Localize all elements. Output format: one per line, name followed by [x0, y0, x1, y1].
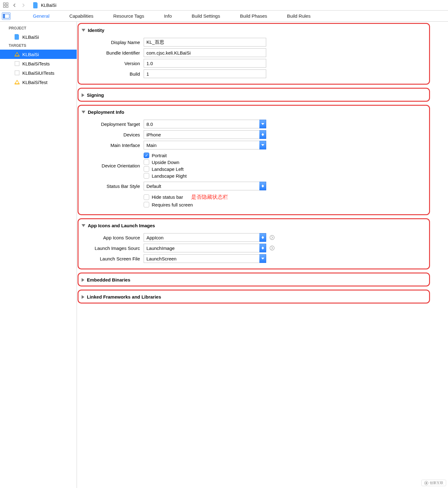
- launch-screen-combo[interactable]: [144, 254, 266, 263]
- dropdown-caret-icon[interactable]: [259, 254, 266, 263]
- checkbox-icon[interactable]: [144, 194, 149, 200]
- section-identity: Identity Display Name Bundle Identifier …: [78, 23, 430, 85]
- display-name-label: Display Name: [82, 40, 144, 45]
- sidebar-item-label: KLBaiSiTest: [22, 80, 47, 85]
- select-stepper-icon[interactable]: [259, 182, 266, 190]
- bundle-id-label: Bundle Identifier: [82, 50, 144, 55]
- forward-button[interactable]: [20, 2, 27, 9]
- svg-rect-7: [15, 61, 19, 66]
- project-header: PROJECT: [0, 24, 77, 32]
- section-header-embedded[interactable]: Embedded Binaries: [82, 276, 426, 283]
- sidebar-item-project[interactable]: KLBaiSi: [0, 32, 77, 42]
- disclosure-right-icon[interactable]: [82, 295, 84, 299]
- orientation-portrait[interactable]: ✓ Portrait: [144, 153, 268, 158]
- dropdown-caret-icon[interactable]: [259, 120, 266, 128]
- hide-statusbar-check[interactable]: Hide status bar 是否隐藏状态栏: [144, 193, 268, 201]
- devices-select[interactable]: [144, 130, 266, 139]
- sidebar-item-target-2[interactable]: KLBaiSiUITests: [0, 68, 77, 78]
- display-name-input[interactable]: [144, 38, 266, 47]
- checkbox-label: Portrait: [152, 153, 167, 158]
- bundle-id-input[interactable]: [144, 48, 266, 57]
- editor-tabbar: General Capabilities Resource Tags Info …: [0, 11, 448, 22]
- section-deployment: Deployment Info Deployment Target Device…: [78, 105, 430, 215]
- version-label: Version: [82, 61, 144, 66]
- section-header-app-icons[interactable]: App Icons and Launch Images: [82, 222, 426, 231]
- svg-rect-3: [6, 6, 8, 7]
- section-header-signing[interactable]: Signing: [82, 91, 426, 98]
- select-stepper-icon[interactable]: [259, 244, 266, 252]
- launch-screen-label: Launch Screen File: [82, 256, 144, 261]
- select-stepper-icon[interactable]: [259, 130, 266, 139]
- orientation-left[interactable]: Landscape Left: [144, 166, 268, 172]
- tab-resource-tags[interactable]: Resource Tags: [108, 13, 150, 19]
- select-stepper-icon[interactable]: [259, 233, 266, 242]
- svg-rect-0: [3, 3, 5, 5]
- tab-build-rules[interactable]: Build Rules: [281, 13, 316, 19]
- svg-rect-8: [15, 71, 19, 75]
- icons-source-label: App Icons Source: [82, 235, 144, 240]
- checkbox-checked-icon[interactable]: ✓: [144, 153, 149, 158]
- sidebar-item-target-0[interactable]: KLBaiSi: [0, 50, 77, 59]
- section-header-deployment[interactable]: Deployment Info: [82, 108, 426, 118]
- targets-header: TARGETS: [0, 42, 77, 50]
- deployment-target-label: Deployment Target: [82, 122, 144, 127]
- breadcrumb-bar: KLBaiSi: [0, 0, 448, 11]
- sidebar-item-label: KLBaiSi: [22, 34, 39, 40]
- checkbox-icon[interactable]: [144, 159, 149, 165]
- uitest-target-icon: [14, 70, 20, 76]
- leftpane-toggle-icon[interactable]: [2, 12, 11, 20]
- project-file-icon: [33, 2, 38, 9]
- status-style-select[interactable]: [144, 182, 266, 190]
- disclosure-right-icon[interactable]: [82, 93, 84, 97]
- sidebar-item-target-3[interactable]: KLBaiSiTest: [0, 78, 77, 87]
- version-input[interactable]: [144, 59, 266, 68]
- section-header-identity[interactable]: Identity: [82, 26, 426, 36]
- disclosure-down-icon[interactable]: [82, 111, 85, 113]
- tab-capabilities[interactable]: Capabilities: [64, 13, 99, 19]
- sidebar-item-label: KLBaiSiTests: [22, 61, 50, 66]
- section-app-icons: App Icons and Launch Images App Icons So…: [78, 218, 430, 269]
- deployment-target-combo[interactable]: [144, 120, 266, 128]
- orientation-right[interactable]: Landscape Right: [144, 173, 268, 179]
- icons-source-select[interactable]: [144, 233, 266, 242]
- app-target-icon: [14, 79, 20, 85]
- goto-arrow-icon[interactable]: [269, 234, 276, 241]
- tab-general[interactable]: General: [27, 13, 55, 19]
- svg-rect-5: [3, 14, 5, 18]
- svg-rect-9: [15, 84, 20, 84]
- main-interface-combo[interactable]: [144, 141, 266, 149]
- disclosure-right-icon[interactable]: [82, 278, 84, 282]
- app-target-icon: [14, 51, 20, 57]
- watermark: 创新互联: [421, 480, 446, 486]
- sidebar-item-label: KLBaiSi: [22, 52, 39, 57]
- tab-info[interactable]: Info: [159, 13, 177, 19]
- tab-build-settings[interactable]: Build Settings: [186, 13, 226, 19]
- back-button[interactable]: [11, 2, 18, 9]
- checkbox-icon[interactable]: [144, 202, 149, 207]
- dropdown-caret-icon[interactable]: [259, 141, 266, 149]
- status-style-label: Status Bar Style: [82, 184, 144, 189]
- disclosure-down-icon[interactable]: [82, 224, 85, 227]
- checkbox-icon[interactable]: [144, 166, 149, 172]
- build-input[interactable]: [144, 69, 266, 78]
- section-signing: Signing: [78, 88, 430, 102]
- svg-point-11: [270, 246, 274, 250]
- project-file-icon: [14, 34, 20, 40]
- watermark-text: 创新互联: [430, 481, 443, 485]
- goto-arrow-icon[interactable]: [269, 245, 276, 251]
- section-header-linked[interactable]: Linked Frameworks and Libraries: [82, 293, 426, 300]
- section-title: Signing: [87, 92, 104, 98]
- breadcrumb-file[interactable]: KLBaiSi: [41, 3, 56, 8]
- related-items-icon[interactable]: [2, 2, 9, 9]
- section-title: Identity: [88, 28, 104, 33]
- tab-build-phases[interactable]: Build Phases: [234, 13, 273, 19]
- checkbox-icon[interactable]: [144, 173, 149, 179]
- devices-label: Devices: [82, 132, 144, 137]
- section-title: Embedded Binaries: [87, 277, 130, 282]
- requires-fullscreen-check[interactable]: Requires full screen: [144, 202, 268, 207]
- orientation-upside[interactable]: Upside Down: [144, 159, 268, 165]
- sidebar-item-target-1[interactable]: KLBaiSiTests: [0, 59, 77, 68]
- launch-images-select[interactable]: [144, 244, 266, 252]
- disclosure-down-icon[interactable]: [82, 29, 85, 32]
- svg-point-10: [270, 235, 274, 240]
